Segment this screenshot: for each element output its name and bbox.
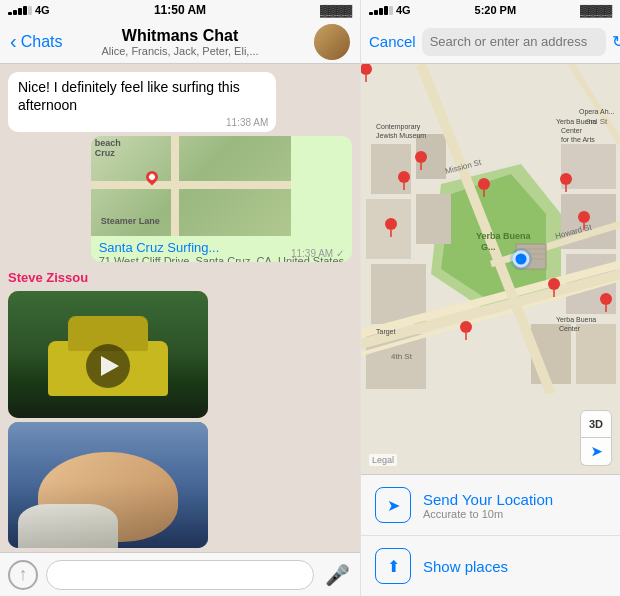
show-places-title: Show places bbox=[423, 558, 508, 575]
send-location-button[interactable]: ➤ Send Your Location Accurate to 10m bbox=[361, 475, 620, 536]
refresh-button[interactable]: ↻ bbox=[612, 28, 620, 56]
cancel-button[interactable]: Cancel bbox=[369, 33, 416, 50]
signal-dot-3 bbox=[18, 8, 22, 15]
svg-point-49 bbox=[560, 173, 572, 185]
right-signal: 4G bbox=[369, 4, 411, 16]
signal-dot-4 bbox=[23, 6, 27, 15]
svg-rect-12 bbox=[576, 324, 616, 384]
message-received: Nice! I definitely feel like surfing thi… bbox=[8, 72, 276, 132]
svg-point-45 bbox=[385, 218, 397, 230]
carrier-label: 4G bbox=[35, 4, 50, 16]
send-location-icon-box: ➤ bbox=[375, 487, 411, 523]
show-places-text: Show places bbox=[423, 558, 508, 575]
svg-text:Opera Ah...: Opera Ah... bbox=[579, 108, 614, 116]
map-container: Mission St 4th St Howard St 3rd St Yerba… bbox=[361, 64, 620, 474]
show-places-button[interactable]: ⬆ Show places bbox=[361, 536, 620, 596]
r-battery-icon: ▓▓▓▓ bbox=[580, 4, 612, 16]
legal-label: Legal bbox=[369, 454, 397, 466]
location-time-text: 11:39 AM bbox=[291, 248, 333, 259]
signal-dot-1 bbox=[8, 12, 12, 15]
send-location-subtitle: Accurate to 10m bbox=[423, 508, 553, 520]
left-status-bar: 4G 11:50 AM ▓▓▓▓ bbox=[0, 0, 360, 20]
photo-overlay bbox=[8, 482, 208, 548]
svg-text:for the Arts: for the Arts bbox=[561, 136, 595, 143]
3d-button[interactable]: 3D bbox=[580, 410, 612, 438]
chat-members: Alice, Francis, Jack, Peter, Eli,... bbox=[101, 45, 258, 57]
left-panel: 4G 11:50 AM ▓▓▓▓ ‹ Chats Whitmans Chat A… bbox=[0, 0, 360, 596]
input-bar: ↑ 🎤 bbox=[0, 552, 360, 596]
map-controls: 3D ➤ bbox=[580, 410, 612, 466]
svg-text:Target: Target bbox=[376, 328, 396, 336]
battery-icon: ▓▓▓▓ bbox=[320, 4, 352, 16]
add-attachment-button[interactable]: ↑ bbox=[8, 560, 38, 590]
r-signal-icon bbox=[369, 6, 393, 15]
nav-title-area: Whitmans Chat Alice, Francis, Jack, Pete… bbox=[101, 27, 258, 57]
svg-text:Jewish Museum: Jewish Museum bbox=[376, 132, 426, 139]
avatar[interactable] bbox=[314, 24, 350, 60]
left-nav-bar: ‹ Chats Whitmans Chat Alice, Francis, Ja… bbox=[0, 20, 360, 64]
message-time: 11:38 AM bbox=[226, 116, 268, 129]
direction-button[interactable]: ➤ bbox=[580, 438, 612, 466]
message-text: Nice! I definitely feel like surfing thi… bbox=[18, 79, 240, 113]
back-button[interactable]: ‹ Chats bbox=[10, 30, 62, 53]
photo-thumbnail: 11:48 PM bbox=[8, 422, 208, 548]
r-carrier-label: 4G bbox=[396, 4, 411, 16]
svg-point-41 bbox=[398, 171, 410, 183]
video-message[interactable]: 11:45 AM bbox=[8, 291, 208, 417]
location-time: 11:39 AM ✓ bbox=[291, 248, 344, 259]
svg-text:4th St: 4th St bbox=[391, 352, 413, 361]
svg-text:Yerba Buena: Yerba Buena bbox=[476, 231, 532, 241]
svg-point-51 bbox=[578, 211, 590, 223]
mic-button[interactable]: 🎤 bbox=[322, 560, 352, 590]
back-label: Chats bbox=[21, 33, 63, 51]
back-chevron-icon: ‹ bbox=[10, 30, 17, 53]
right-nav-bar: Cancel ↻ bbox=[361, 20, 620, 64]
address-search-input[interactable] bbox=[422, 28, 606, 56]
time-label: 11:50 AM bbox=[154, 3, 206, 17]
check-icon: ✓ bbox=[336, 248, 344, 259]
signal-dot-2 bbox=[13, 10, 17, 15]
avatar-image bbox=[314, 24, 350, 60]
send-location-text: Send Your Location Accurate to 10m bbox=[423, 491, 553, 520]
play-icon bbox=[101, 356, 119, 376]
map-background: beach Cruz Steamer Lane bbox=[91, 136, 291, 236]
svg-point-43 bbox=[415, 151, 427, 163]
show-places-icon: ⬆ bbox=[387, 557, 400, 576]
svg-text:Yerba Buena: Yerba Buena bbox=[556, 316, 596, 323]
chat-title: Whitmans Chat bbox=[101, 27, 258, 45]
signal-dot-5 bbox=[28, 6, 32, 15]
send-location-title: Send Your Location bbox=[423, 491, 553, 508]
svg-point-40 bbox=[510, 248, 532, 270]
location-message[interactable]: beach Cruz Steamer Lane Santa Cruz Surfi… bbox=[91, 136, 352, 262]
svg-text:Yerba Buena: Yerba Buena bbox=[556, 118, 596, 125]
send-location-icon: ➤ bbox=[387, 496, 400, 515]
svg-point-59 bbox=[600, 293, 612, 305]
location-map-preview: beach Cruz Steamer Lane bbox=[91, 136, 291, 236]
video-thumbnail: 11:45 AM bbox=[8, 291, 208, 417]
svg-point-47 bbox=[478, 178, 490, 190]
message-input[interactable] bbox=[46, 560, 314, 590]
battery-bar: ▓▓▓▓ bbox=[320, 4, 352, 16]
chat-area: Nice! I definitely feel like surfing thi… bbox=[0, 64, 360, 552]
svg-text:Contemporary: Contemporary bbox=[376, 123, 421, 131]
svg-rect-3 bbox=[371, 144, 411, 194]
map-svg: Mission St 4th St Howard St 3rd St Yerba… bbox=[361, 64, 620, 394]
location-actions: ➤ Send Your Location Accurate to 10m ⬆ S… bbox=[361, 474, 620, 596]
map-text-surfer: Cruz bbox=[95, 148, 115, 158]
svg-text:Center: Center bbox=[559, 325, 581, 332]
map-text-beach: beach bbox=[95, 138, 121, 148]
left-status-signal: 4G bbox=[8, 4, 50, 16]
svg-rect-6 bbox=[416, 194, 451, 244]
svg-text:Center: Center bbox=[561, 127, 583, 134]
show-places-icon-box: ⬆ bbox=[375, 548, 411, 584]
play-button[interactable] bbox=[86, 344, 130, 388]
r-time-label: 5:20 PM bbox=[475, 4, 517, 16]
right-panel: 4G 5:20 PM ▓▓▓▓ Cancel ↻ bbox=[360, 0, 620, 596]
svg-point-53 bbox=[548, 278, 560, 290]
signal-icon bbox=[8, 6, 32, 15]
photo-message[interactable]: 11:48 PM bbox=[8, 422, 208, 548]
map-area[interactable]: Mission St 4th St Howard St 3rd St Yerba… bbox=[361, 64, 620, 474]
sender-name: Steve Zissou bbox=[8, 266, 352, 287]
right-status-bar: 4G 5:20 PM ▓▓▓▓ bbox=[361, 0, 620, 20]
map-text-steamer: Steamer Lane bbox=[101, 216, 160, 226]
